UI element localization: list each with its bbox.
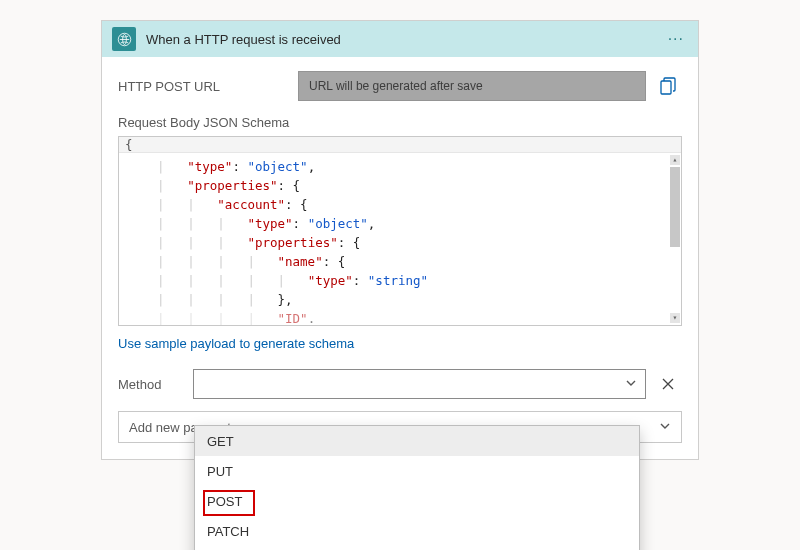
copy-url-button[interactable] [654,72,682,100]
method-option-get[interactable]: GET [195,426,639,456]
method-option-patch[interactable]: PATCH [195,516,639,546]
schema-line: | | | | }, [127,290,679,309]
schema-line: | | "account": { [127,195,679,214]
method-dropdown: GETPUTPOSTPATCHDELETEEnter custom value [194,425,640,550]
schema-line: | | | | "ID". [127,309,679,325]
schema-line: | "type": "object", [127,157,679,176]
use-sample-payload-link[interactable]: Use sample payload to generate schema [118,336,354,351]
method-option-post[interactable]: POST [195,486,639,516]
schema-editor[interactable]: { ▴ ▾ | "type": "object", | "properties"… [118,136,682,326]
url-readonly-field: URL will be generated after save [298,71,646,101]
url-row: HTTP POST URL URL will be generated afte… [118,71,682,101]
chevron-down-icon [659,420,671,435]
card-menu-button[interactable]: ··· [664,30,688,48]
clear-method-button[interactable] [654,370,682,398]
schema-line: | | | | | "type": "string" [127,271,679,290]
chevron-down-icon [625,377,637,392]
schema-line: | | | "properties": { [127,233,679,252]
title-text: When a HTTP request is received [146,32,664,47]
svg-rect-0 [661,81,671,94]
schema-first-line: { [119,137,681,153]
method-select[interactable] [193,369,646,399]
method-row: Method [118,369,682,399]
method-option-put[interactable]: PUT [195,456,639,486]
http-request-icon [112,27,136,51]
method-label: Method [118,377,193,392]
close-icon [661,377,675,391]
url-label: HTTP POST URL [118,79,298,94]
trigger-card: When a HTTP request is received ··· HTTP… [101,20,699,460]
title-bar: When a HTTP request is received ··· [102,21,698,57]
schema-line: | | | | "name": { [127,252,679,271]
schema-content: ▴ ▾ | "type": "object", | "properties": … [119,153,681,325]
copy-icon [660,77,676,95]
schema-line: | | | "type": "object", [127,214,679,233]
method-option-delete[interactable]: DELETE [195,546,639,550]
schema-line: | "properties": { [127,176,679,195]
schema-label: Request Body JSON Schema [118,115,682,130]
